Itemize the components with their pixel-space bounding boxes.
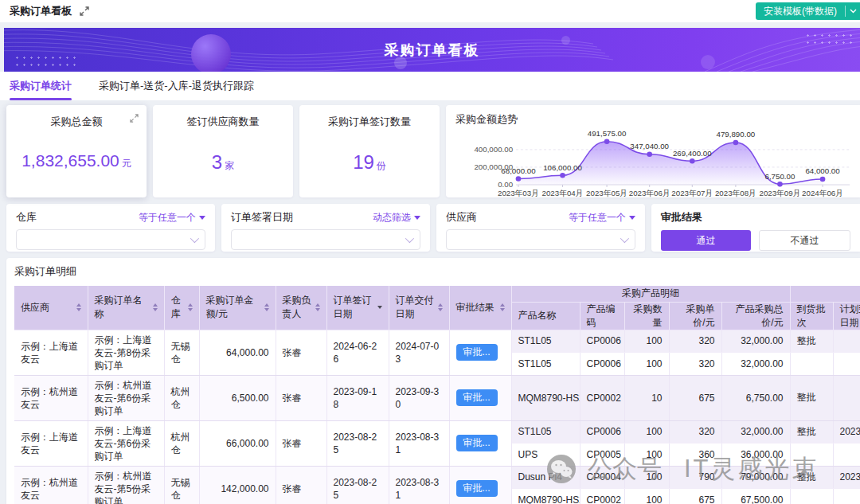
filter-operator-dropdown[interactable]: 动态筛选 [373,211,420,225]
install-template-button[interactable]: 安装模板(带数据) [756,2,860,20]
cell-supplier: 示例：上海道友云 [14,420,88,466]
trend-area-chart: 0.00200,000.00400,000.0068,000.002023年03… [455,128,855,205]
cell-total-price: 67,500.00 [721,489,790,504]
svg-text:2023年06月: 2023年06月 [629,189,670,198]
cell-product-name: ST1L05 [511,330,580,353]
col-header-product-6[interactable]: 计划到货日期 [833,302,860,330]
approve-status-button[interactable]: 审批... [456,389,498,406]
stat-number: 19 [353,151,374,173]
col-header-product-1[interactable]: 产品编码 [580,302,624,330]
cell-approval-result: 审批... [449,466,511,504]
col-header-main-1[interactable]: 采购订单名称 [88,286,164,330]
stat-value: 3家 [212,151,234,174]
filter-label: 仓库 [16,210,37,225]
sort-icon[interactable] [315,303,320,311]
col-header-main-4[interactable]: 采购负责人 [276,286,326,330]
cell-arrival-batch: 整批 [790,466,833,489]
cell-unit-price: 320 [669,420,721,443]
expand-icon[interactable] [130,114,139,123]
filter-operator-dropdown[interactable]: 等于任意一个 [139,211,205,225]
col-header-label: 采购负责人 [283,294,312,321]
svg-text:2023年07月: 2023年07月 [671,189,713,198]
svg-text:2023年08月: 2023年08月 [715,189,756,198]
stat-value: 19份 [353,151,386,174]
sort-icon[interactable] [153,303,158,311]
svg-text:2023年03月: 2023年03月 [498,189,539,198]
col-header-product-0[interactable]: 产品名称 [511,302,580,330]
cell-product-code: CP0006 [580,330,624,353]
svg-text:2023年09月: 2023年09月 [759,189,800,198]
sort-icon[interactable] [264,303,269,311]
approve-status-button[interactable]: 审批... [456,344,498,361]
stat-label: 采购订单签订数量 [328,115,411,129]
approve-status-button[interactable]: 审批... [456,435,498,451]
tab-order-statistics[interactable]: 采购订单统计 [10,79,72,100]
cell-total-price: 32,000.00 [721,330,790,353]
col-header-main-0[interactable]: 供应商 [14,286,88,330]
col-header-product-2[interactable]: 采购数量 [624,302,669,330]
page-title: 采购订单看板 [10,4,72,18]
sort-icon[interactable] [188,303,193,311]
cell-approval-result: 审批... [449,330,511,375]
order-table-scroll-area[interactable]: 供应商采购订单名称仓库采购订单金额/元采购负责人订单签订日期订单交付日期审批结果… [14,286,860,504]
order-row: 示例：上海道友云示例：上海道友云-第8份采购订单无锡仓64,000.00张睿20… [14,330,860,353]
filter-operator-label: 等于任意一个 [569,211,626,225]
col-header-main-3[interactable]: 采购订单金额/元 [199,286,276,330]
chevron-down-icon[interactable] [846,9,860,14]
sort-icon[interactable] [76,303,81,311]
stat-unit: 份 [377,160,386,171]
cell-owner: 张睿 [276,330,326,375]
chevron-down-icon [190,234,199,243]
col-header-product-4[interactable]: 产品采购总价/元 [721,302,790,330]
col-header-main-2[interactable]: 仓库 [164,286,199,330]
approval-pass-button[interactable]: 通过 [661,230,751,251]
supplier-select[interactable] [446,229,635,250]
col-header-main-5[interactable]: 订单签订日期 [326,286,389,330]
cell-sign_date: 2023-08-25 [326,466,389,504]
col-header-product-5[interactable]: 到货批次 [790,302,833,330]
chevron-down-icon [405,234,414,243]
approve-status-button[interactable]: 审批... [456,480,498,497]
cell-product-code: CP0004 [580,466,624,489]
order-row: 示例：杭州道友云示例：杭州道友云-第6份采购订单杭州仓6,500.00张睿202… [14,375,860,420]
sort-icon[interactable] [500,303,505,311]
banner: 采购订单看板 [4,28,860,72]
cell-order_name: 示例：杭州道友云-第6份采购订单 [88,375,164,420]
cell-supplier: 示例：杭州道友云 [14,466,88,504]
cell-warehouse: 杭州仓 [164,375,199,420]
cell-total-price: 79,000.00 [721,466,790,489]
col-header-main-7[interactable]: 审批结果 [449,286,511,330]
caret-down-icon [629,216,635,220]
order-row: 示例：上海道友云示例：上海道友云-第6份采购订单杭州仓66,000.00张睿20… [14,420,860,443]
cell-order_name: 示例：上海道友云-第8份采购订单 [88,330,164,375]
cell-product-name: ST1L05 [511,353,580,376]
col-header-label: 审批结果 [456,301,494,315]
cell-product-name: ST1L05 [511,420,580,443]
cell-approval-result: 审批... [449,420,511,466]
filter-sign-date: 订单签署日期 动态筛选 [221,204,430,252]
col-header-label: 采购订单金额/元 [206,294,261,321]
warehouse-select[interactable] [16,229,205,250]
col-header-label: 供应商 [21,301,49,315]
cell-owner: 张睿 [276,375,326,420]
cell-plan-arrival-date: 2023- [833,466,860,489]
fullscreen-icon[interactable] [80,6,89,16]
tab-order-tracking[interactable]: 采购订单-送货-入库-退货执行跟踪 [99,79,254,100]
caret-down-icon [199,216,205,220]
col-header-product-3[interactable]: 采购单价/元 [669,302,721,330]
sort-desc-icon[interactable] [377,306,382,309]
svg-text:347,040.00: 347,040.00 [630,142,669,150]
cell-delivery_date: 2023-09-30 [389,375,449,420]
cell-product-name: UPS [511,443,580,467]
sort-icon[interactable] [438,303,443,311]
cell-unit-price: 675 [669,489,721,504]
cell-unit-price: 675 [669,375,721,420]
sign-date-select[interactable] [231,229,420,250]
filter-operator-dropdown[interactable]: 等于任意一个 [569,211,635,225]
approval-fail-button[interactable]: 不通过 [759,230,850,251]
col-header-main-6[interactable]: 订单交付日期 [389,286,449,330]
cell-arrival-batch: 整批 [790,330,833,353]
table-title: 采购订单明细 [14,264,860,279]
svg-text:2023年04月: 2023年04月 [542,189,584,198]
svg-text:6,750.00: 6,750.00 [765,172,796,181]
